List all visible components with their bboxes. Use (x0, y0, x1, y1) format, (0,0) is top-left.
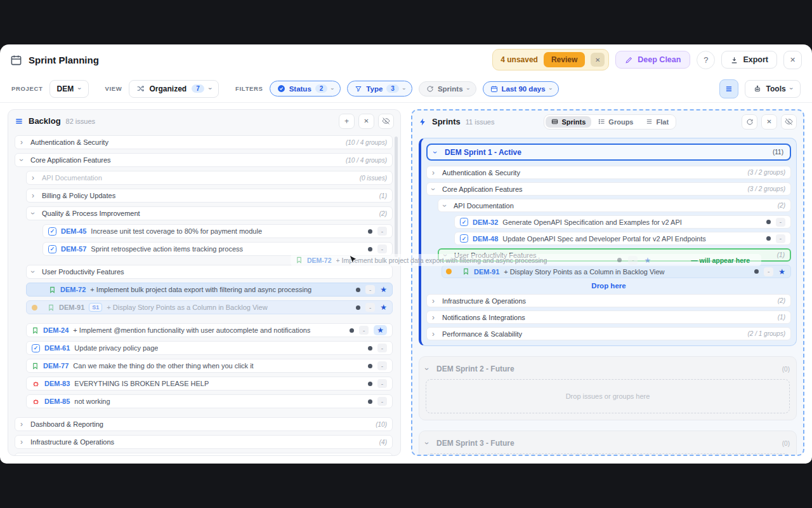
group-row[interactable]: Authentication & Security(10 / 4 groups) (15, 135, 393, 149)
issue-row[interactable]: DEM-45Increase unit test coverage to 80%… (43, 224, 393, 238)
estimate-chip[interactable] (365, 303, 375, 312)
chevron-right-icon[interactable] (432, 169, 438, 177)
estimate-chip[interactable] (377, 344, 387, 352)
tab-groups[interactable]: Groups (593, 116, 639, 128)
chevron-down-icon[interactable] (426, 439, 431, 447)
refresh-button[interactable] (742, 114, 757, 130)
project-select[interactable]: DEM (49, 80, 89, 98)
issue-row[interactable]: DEM-91+ Display Story Points as a Column… (442, 265, 791, 278)
issue-key[interactable]: DEM-77 (43, 362, 69, 370)
estimate-chip[interactable] (377, 227, 387, 236)
scrollbar[interactable] (395, 137, 398, 257)
star-icon[interactable] (380, 304, 387, 311)
group-row[interactable]: API Documentation(0 issues) (26, 171, 393, 185)
chevron-right-icon[interactable] (432, 314, 438, 321)
collapse-all-button[interactable] (761, 114, 777, 130)
issue-key[interactable]: DEM-32 (473, 218, 498, 226)
eye-off-button[interactable] (781, 114, 797, 130)
estimate-chip[interactable] (365, 285, 375, 294)
issue-key[interactable]: DEM-57 (61, 245, 86, 253)
filter-date-range[interactable]: Last 90 days (483, 81, 559, 97)
star-icon[interactable] (778, 268, 785, 276)
chevron-down-icon[interactable] (444, 251, 450, 259)
group-row[interactable]: Authentication & Security(3 / 2 groups) (426, 166, 791, 179)
group-row[interactable]: Dashboard & Reporting(10) (15, 417, 393, 431)
group-row[interactable]: Infrastructure & Operations(2) (426, 294, 791, 307)
issue-key[interactable]: DEM-48 (473, 235, 498, 243)
chevron-right-icon[interactable] (20, 420, 26, 428)
group-row[interactable]: User Productivity Features (26, 265, 393, 279)
dismiss-unsaved-button[interactable] (591, 53, 605, 67)
chevron-right-icon[interactable] (20, 438, 26, 446)
chevron-down-icon[interactable] (432, 185, 438, 193)
group-row[interactable]: Performance & Scalability(2 / 1 groups) (426, 327, 791, 340)
estimate-chip[interactable] (776, 234, 785, 243)
issue-key[interactable]: DEM-91 (59, 304, 84, 311)
chevron-right-icon[interactable] (432, 330, 438, 338)
group-row[interactable]: Billing & Policy Updates(1) (26, 189, 393, 203)
issue-row[interactable]: DEM-83EVERYTHING IS BROKEN PLEASE HELP (26, 377, 393, 391)
filter-type[interactable]: Type 3 (347, 81, 412, 97)
drag-handle-icon[interactable] (15, 117, 23, 126)
group-row[interactable]: Notifications & Integrations(6) (15, 453, 393, 456)
estimate-chip[interactable] (377, 244, 387, 253)
issue-row-dragging[interactable]: DEM-91S1+ Display Story Points as a Colu… (26, 300, 393, 314)
close-window-button[interactable] (783, 51, 802, 69)
filter-status[interactable]: Status 2 (270, 81, 341, 97)
group-row[interactable]: Core Application Features(10 / 4 groups) (15, 153, 393, 167)
group-row[interactable]: Quality & Process Improvement(2) (26, 206, 393, 220)
issue-row[interactable]: DEM-48Update OpenAPI Spec and Developer … (454, 232, 791, 245)
chevron-down-icon[interactable] (20, 156, 26, 164)
chevron-right-icon[interactable] (32, 174, 37, 182)
sprint-2-dropzone[interactable]: Drop issues or groups here (426, 379, 790, 413)
chevron-down-icon[interactable] (426, 365, 431, 373)
estimate-chip[interactable] (764, 267, 773, 276)
help-button[interactable] (697, 51, 715, 69)
issue-row[interactable]: DEM-32Generate OpenAPI Specification and… (454, 215, 791, 229)
add-issue-button[interactable] (339, 114, 355, 129)
issue-row[interactable]: DEM-77Can we make the thing do the other… (26, 359, 393, 373)
filter-sprints[interactable]: Sprints (419, 81, 476, 97)
issue-row[interactable]: DEM-85not working (26, 394, 393, 408)
deep-clean-button[interactable]: Deep Clean (615, 51, 690, 69)
chevron-down-icon[interactable] (434, 149, 440, 156)
issue-row[interactable]: DEM-57Sprint retrospective action items … (43, 242, 393, 256)
issue-row[interactable]: DEM-24+ Implement @mention functionality… (26, 323, 393, 337)
group-row-drop-target[interactable]: User Productivity Features(1) (438, 248, 791, 262)
estimate-chip[interactable] (377, 397, 387, 406)
group-row[interactable]: Infrastructure & Operations(4) (15, 435, 393, 449)
issue-key[interactable]: DEM-85 (44, 398, 70, 405)
star-icon[interactable] (374, 325, 387, 335)
star-icon[interactable] (380, 286, 387, 293)
review-button[interactable]: Review (544, 52, 585, 67)
issue-key[interactable]: DEM-45 (61, 227, 86, 235)
issue-row-selected[interactable]: DEM-72+ Implement bulk project data expo… (26, 283, 393, 297)
chevron-right-icon[interactable] (432, 297, 438, 305)
issue-key[interactable]: DEM-83 (44, 380, 70, 387)
view-select[interactable]: Organized 7 (129, 80, 219, 98)
issue-key[interactable]: DEM-91 (474, 268, 499, 276)
chevron-right-icon[interactable] (32, 192, 37, 199)
tools-menu-button[interactable]: Tools (745, 80, 801, 98)
estimate-chip[interactable] (377, 361, 387, 370)
sprint-1-header[interactable]: DEM Sprint 1 - Active (11) (426, 144, 791, 161)
issue-row[interactable]: DEM-61Update privacy policy page (26, 341, 393, 355)
estimate-chip[interactable] (776, 218, 785, 227)
issue-key[interactable]: DEM-24 (43, 326, 69, 334)
sprint-3-header[interactable]: DEM Sprint 3 - Future (0) (426, 436, 790, 450)
sprint-2-header[interactable]: DEM Sprint 2 - Future (0) (426, 362, 790, 376)
estimate-chip[interactable] (377, 379, 387, 388)
sprint-3-dropzone[interactable]: Drop issues or groups here (426, 453, 790, 456)
issue-key[interactable]: DEM-72 (60, 286, 86, 293)
tab-flat[interactable]: Flat (640, 116, 674, 128)
density-toggle-button[interactable] (719, 79, 738, 98)
chevron-down-icon[interactable] (32, 268, 37, 276)
export-button[interactable]: Export (721, 51, 777, 69)
group-row[interactable]: Notifications & Integrations(1) (426, 311, 791, 324)
collapse-all-button[interactable] (358, 114, 374, 129)
issue-key[interactable]: DEM-61 (44, 344, 70, 352)
tab-sprints[interactable]: Sprints (546, 116, 591, 128)
chevron-right-icon[interactable] (20, 138, 26, 146)
group-row[interactable]: Core Application Features(3 / 2 groups) (426, 182, 791, 196)
chevron-down-icon[interactable] (443, 202, 449, 210)
